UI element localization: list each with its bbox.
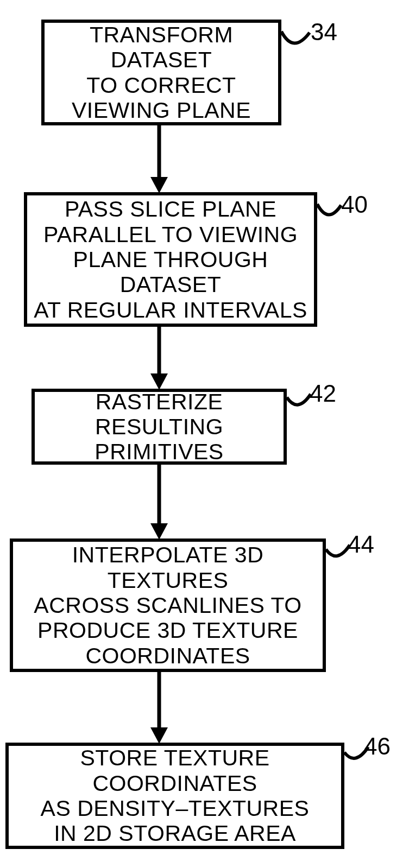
flow-node-46-text: STORE TEXTURE COORDINATES AS DENSITY–TEX… (14, 745, 336, 846)
flow-node-44: INTERPOLATE 3D TEXTURES ACROSS SCANLINES… (10, 538, 326, 672)
flow-node-34: TRANSFORM DATASET TO CORRECT VIEWING PLA… (41, 20, 281, 125)
arrowhead-34-40 (150, 177, 168, 193)
flow-node-34-text: TRANSFORM DATASET TO CORRECT VIEWING PLA… (50, 22, 273, 123)
flow-node-42-text: RASTERIZE RESULTING PRIMITIVES (40, 389, 278, 465)
flow-node-44-text: INTERPOLATE 3D TEXTURES ACROSS SCANLINES… (18, 542, 317, 668)
flow-node-40-text: PASS SLICE PLANE PARALLEL TO VIEWING PLA… (33, 197, 309, 322)
label-34: 34 (311, 18, 337, 46)
label-42-text: 42 (310, 380, 336, 407)
flow-node-42: RASTERIZE RESULTING PRIMITIVES (32, 389, 287, 465)
label-40-text: 40 (341, 191, 368, 218)
arrowhead-44-46 (150, 727, 168, 744)
label-40: 40 (341, 191, 368, 218)
arrowhead-40-42 (150, 373, 168, 390)
label-44: 44 (348, 531, 374, 558)
connector-44-46 (158, 672, 161, 728)
connector-42-44 (158, 465, 161, 524)
label-46-text: 46 (364, 733, 391, 759)
label-46: 46 (364, 733, 391, 760)
flow-node-40: PASS SLICE PLANE PARALLEL TO VIEWING PLA… (24, 192, 317, 327)
connector-34-40 (158, 125, 161, 178)
connector-40-42 (158, 327, 161, 375)
arrowhead-42-44 (150, 523, 168, 540)
flow-node-46: STORE TEXTURE COORDINATES AS DENSITY–TEX… (5, 743, 344, 849)
label-34-text: 34 (311, 18, 337, 45)
label-42: 42 (310, 380, 336, 407)
label-44-text: 44 (348, 531, 374, 557)
